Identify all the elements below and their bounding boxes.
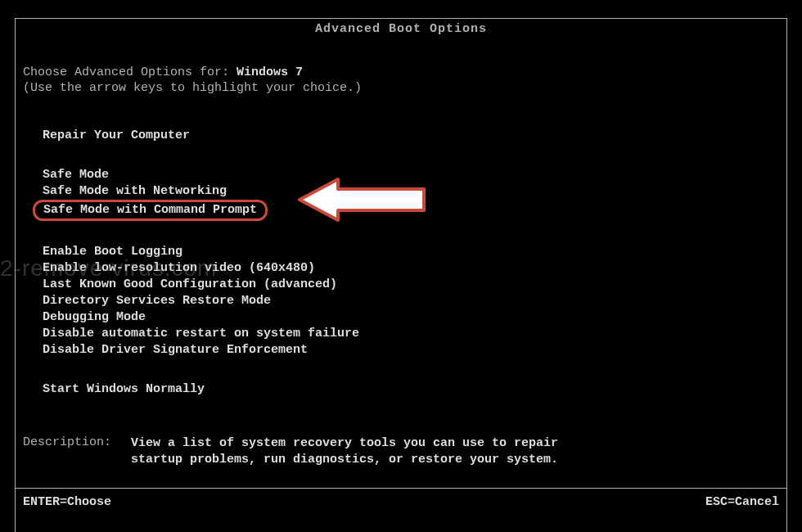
os-name: Windows 7 <box>237 65 303 79</box>
description-section: Description: View a list of system recov… <box>23 435 779 468</box>
menu-item-safe-mode[interactable]: Safe Mode <box>43 167 779 183</box>
menu-item-directory-restore[interactable]: Directory Services Restore Mode <box>43 293 779 309</box>
page-title: Advanced Boot Options <box>0 22 802 36</box>
menu-item-disable-driver-sig[interactable]: Disable Driver Signature Enforcement <box>43 342 779 358</box>
menu-item-last-known-good[interactable]: Last Known Good Configuration (advanced) <box>43 277 779 293</box>
instruction-hint: (Use the arrow keys to highlight your ch… <box>23 81 779 95</box>
description-line2: startup problems, run diagnostics, or re… <box>131 452 558 468</box>
menu-item-start-normally[interactable]: Start Windows Normally <box>43 381 779 398</box>
menu-item-safe-mode-command-prompt[interactable]: Safe Mode with Command Prompt <box>33 200 268 221</box>
footer-bar: ENTER=Choose ESC=Cancel <box>23 495 779 509</box>
menu-group-advanced: Enable Boot Logging Enable low-resolutio… <box>43 244 779 358</box>
main-content: Choose Advanced Options for: Windows 7 (… <box>23 65 779 468</box>
menu-item-repair-computer[interactable]: Repair Your Computer <box>43 128 779 144</box>
menu-item-disable-auto-restart[interactable]: Disable automatic restart on system fail… <box>43 326 779 342</box>
menu-group-safemode: Safe Mode Safe Mode with Networking Safe… <box>43 167 779 221</box>
description-line1: View a list of system recovery tools you… <box>131 435 558 452</box>
menu-item-low-resolution[interactable]: Enable low-resolution video (640x480) <box>43 260 779 277</box>
screen-border-bottom <box>15 488 787 489</box>
instruction-os: Choose Advanced Options for: Windows 7 <box>23 65 779 79</box>
menu-item-debugging[interactable]: Debugging Mode <box>43 309 779 326</box>
menu-group-normal: Start Windows Normally <box>43 381 779 398</box>
menu-item-boot-logging[interactable]: Enable Boot Logging <box>43 244 779 260</box>
menu-group-repair: Repair Your Computer <box>43 128 779 144</box>
description-text: View a list of system recovery tools you… <box>131 435 558 468</box>
description-label: Description: <box>23 435 131 468</box>
footer-enter: ENTER=Choose <box>23 495 111 509</box>
menu-item-safe-mode-networking[interactable]: Safe Mode with Networking <box>43 183 779 200</box>
footer-esc: ESC=Cancel <box>705 495 779 509</box>
instruction-prefix: Choose Advanced Options for: <box>23 65 237 79</box>
boot-menu: Repair Your Computer Safe Mode Safe Mode… <box>43 128 779 398</box>
